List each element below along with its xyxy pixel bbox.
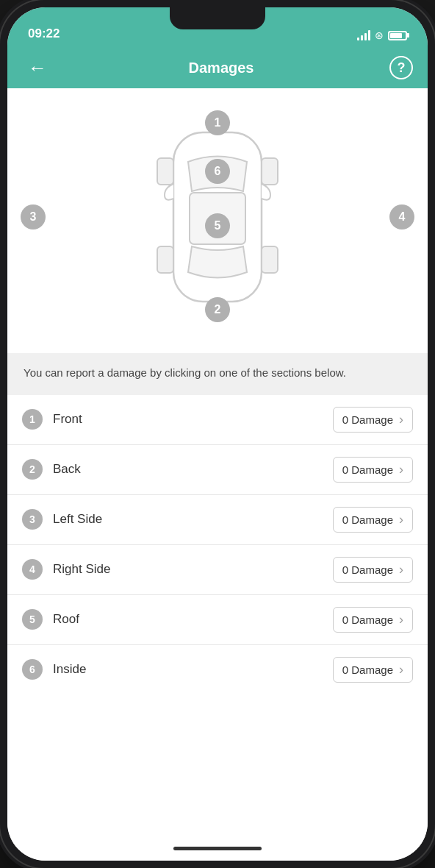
damage-item-back[interactable]: 2 Back 0 Damage › (7, 445, 428, 495)
item-badge-right[interactable]: 0 Damage › (333, 557, 413, 583)
item-label-roof: Roof (53, 612, 333, 627)
chevron-right-icon-6: › (399, 662, 403, 677)
item-label-back: Back (53, 462, 333, 477)
item-badge-back[interactable]: 0 Damage › (333, 457, 413, 483)
damage-item-inside[interactable]: 6 Inside 0 Damage › (7, 645, 428, 694)
item-label-front: Front (53, 412, 333, 427)
svg-rect-4 (157, 246, 173, 273)
zone-inside[interactable]: 6 (205, 159, 230, 184)
chevron-right-icon-4: › (399, 562, 403, 577)
item-number-4: 4 (22, 559, 43, 580)
chevron-right-icon-2: › (399, 462, 403, 477)
item-count-roof: 0 Damage (342, 613, 393, 626)
home-bar (173, 847, 262, 850)
item-number-1: 1 (22, 409, 43, 430)
svg-rect-5 (262, 246, 278, 273)
damage-list: 1 Front 0 Damage › 2 Back 0 Damage (7, 395, 428, 836)
status-time: 09:22 (28, 26, 60, 41)
zone-front[interactable]: 1 (205, 110, 230, 135)
home-indicator (7, 836, 428, 861)
damage-item-right[interactable]: 4 Right Side 0 Damage › (7, 545, 428, 595)
screen-content: ← Damages ? (7, 47, 428, 861)
chevron-right-icon-5: › (399, 612, 403, 627)
item-number-3: 3 (22, 509, 43, 530)
item-label-left: Left Side (53, 512, 333, 527)
item-count-left: 0 Damage (342, 513, 393, 526)
phone-frame: 09:22 ⊛ ← Damages ? (0, 0, 435, 868)
item-badge-left[interactable]: 0 Damage › (333, 507, 413, 533)
damage-item-roof[interactable]: 5 Roof 0 Damage › (7, 595, 428, 645)
zone-roof[interactable]: 5 (205, 213, 230, 238)
zone-back[interactable]: 2 (205, 297, 230, 322)
item-badge-inside[interactable]: 0 Damage › (333, 657, 413, 683)
item-number-6: 6 (22, 659, 43, 680)
item-number-5: 5 (22, 609, 43, 630)
damage-item-front[interactable]: 1 Front 0 Damage › (7, 395, 428, 445)
chevron-right-icon: › (399, 412, 403, 427)
back-button[interactable]: ← (22, 54, 53, 82)
item-count-inside: 0 Damage (342, 664, 393, 676)
app-header: ← Damages ? (7, 47, 428, 88)
chevron-right-icon-3: › (399, 512, 403, 527)
help-button[interactable]: ? (389, 56, 413, 79)
notch (170, 7, 265, 29)
info-text: You can report a damage by clicking on o… (24, 365, 411, 382)
svg-rect-3 (262, 158, 278, 185)
wifi-icon: ⊛ (375, 29, 384, 41)
car-diagram: 1 2 3 4 5 (7, 88, 428, 353)
zone-right[interactable]: 4 (389, 204, 414, 230)
phone-screen: 09:22 ⊛ ← Damages ? (7, 7, 428, 861)
info-banner: You can report a damage by clicking on o… (7, 353, 428, 395)
status-icons: ⊛ (357, 29, 407, 41)
item-count-front: 0 Damage (342, 413, 393, 426)
signal-icon (357, 30, 370, 40)
item-badge-roof[interactable]: 0 Damage › (333, 607, 413, 633)
zone-left[interactable]: 3 (21, 204, 46, 230)
item-count-right: 0 Damage (342, 563, 393, 576)
page-title: Damages (189, 60, 254, 77)
item-label-right: Right Side (53, 562, 333, 577)
car-svg-container: 1 2 3 4 5 (15, 103, 420, 331)
item-label-inside: Inside (53, 662, 333, 677)
item-badge-front[interactable]: 0 Damage › (333, 407, 413, 433)
item-count-back: 0 Damage (342, 463, 393, 476)
damage-item-left[interactable]: 3 Left Side 0 Damage › (7, 495, 428, 545)
svg-rect-2 (157, 158, 173, 185)
battery-icon (388, 31, 407, 40)
item-number-2: 2 (22, 459, 43, 480)
